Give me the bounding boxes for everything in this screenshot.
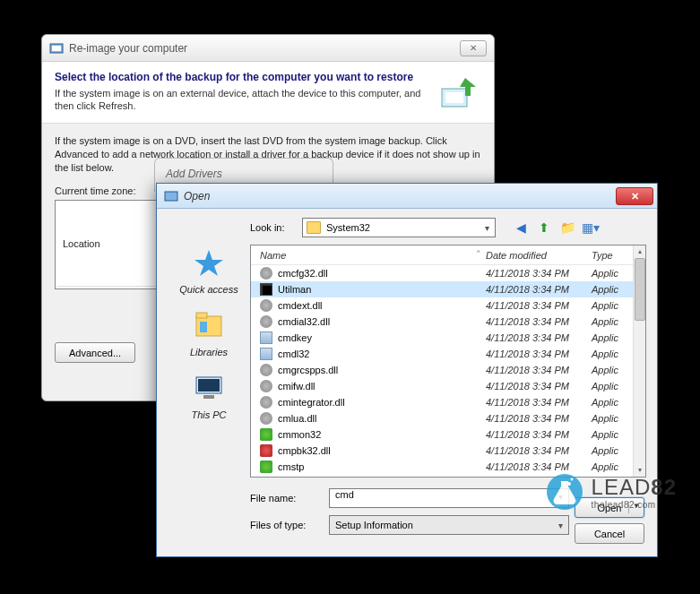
file-date: 4/11/2018 3:34 PM	[486, 349, 592, 359]
file-type: Applic	[592, 429, 633, 440]
column-type[interactable]: Type	[592, 250, 633, 261]
wizard-titlebar[interactable]: Re-image your computer ✕	[42, 35, 494, 62]
wizard-header: Select the location of the backup for th…	[42, 62, 494, 124]
open-dialog-icon	[164, 189, 178, 203]
file-date: 4/11/2018 3:34 PM	[486, 284, 592, 295]
open-titlebar[interactable]: Open ✕	[157, 184, 657, 209]
open-button[interactable]: Open	[575, 497, 644, 518]
file-icon	[260, 412, 272, 425]
file-row[interactable]: Utilman4/11/2018 3:34 PMApplic	[251, 281, 645, 297]
file-name: Utilman	[278, 284, 311, 295]
file-name: cmdl32	[278, 349, 309, 359]
filetype-value: Setup Information	[335, 520, 413, 530]
file-icon	[260, 331, 272, 344]
file-type: Applic	[592, 284, 633, 295]
file-row[interactable]: cmintegrator.dll4/11/2018 3:34 PMApplic	[251, 394, 645, 410]
file-name: cmmon32	[278, 429, 321, 440]
file-type: Applic	[592, 413, 633, 424]
file-icon	[260, 461, 272, 473]
lookin-label: Look in:	[250, 222, 295, 233]
file-icon	[260, 444, 272, 457]
cancel-button[interactable]: Cancel	[575, 523, 644, 544]
file-date: 4/11/2018 3:34 PM	[486, 413, 592, 424]
column-name[interactable]: Name	[251, 250, 468, 261]
place-this-pc[interactable]: This PC	[168, 374, 250, 420]
svg-rect-1	[52, 46, 61, 51]
file-list-scrollbar[interactable]	[633, 245, 645, 477]
pc-icon	[193, 374, 225, 402]
back-icon[interactable]: ◀	[512, 219, 530, 237]
wizard-close-button[interactable]: ✕	[460, 40, 487, 56]
file-row[interactable]: cmdext.dll4/11/2018 3:34 PMApplic	[251, 297, 645, 314]
svg-rect-8	[200, 322, 207, 332]
file-row[interactable]: cmdl324/11/2018 3:34 PMApplic	[251, 346, 645, 362]
wizard-heading: Select the location of the backup for th…	[55, 71, 431, 83]
places-bar: Quick access Libraries This PC	[168, 245, 250, 478]
filetype-dropdown[interactable]: Setup Information	[329, 515, 569, 535]
file-icon	[260, 315, 272, 328]
svg-rect-3	[445, 92, 463, 103]
sort-indicator-icon: ˄	[468, 249, 486, 261]
file-icon	[260, 428, 272, 441]
open-file-dialog: Open ✕ Look in: System32 ◀ ⬆ 📁 ▦▾ Quick …	[156, 183, 658, 557]
up-icon[interactable]: ⬆	[535, 219, 553, 237]
file-name: cmdkey	[278, 332, 312, 343]
file-date: 4/11/2018 3:34 PM	[486, 429, 592, 440]
file-date: 4/11/2018 3:34 PM	[486, 316, 592, 327]
filename-value: cmd	[335, 489, 354, 500]
file-list-header[interactable]: Name ˄ Date modified Type	[251, 245, 645, 265]
folder-icon	[307, 221, 321, 234]
open-close-button[interactable]: ✕	[616, 187, 653, 205]
place-libraries[interactable]: Libraries	[168, 311, 250, 357]
open-toolbar: ◀ ⬆ 📁 ▦▾	[512, 219, 600, 237]
svg-marker-5	[194, 250, 223, 276]
newfolder-icon[interactable]: 📁	[558, 219, 576, 237]
file-name: cmintegrator.dll	[278, 397, 345, 408]
file-icon	[260, 348, 272, 360]
file-type: Applic	[592, 461, 633, 472]
svg-rect-4	[165, 192, 177, 201]
libraries-icon	[193, 311, 225, 340]
file-date: 4/11/2018 3:34 PM	[486, 332, 592, 343]
file-date: 4/11/2018 3:34 PM	[486, 445, 592, 456]
file-row[interactable]: cmlua.dll4/11/2018 3:34 PMApplic	[251, 410, 645, 426]
views-icon[interactable]: ▦▾	[582, 219, 600, 237]
file-name: cmdext.dll	[278, 300, 323, 311]
file-row[interactable]: cmdial32.dll4/11/2018 3:34 PMApplic	[251, 314, 645, 330]
file-list[interactable]: Name ˄ Date modified Type cmcfg32.dll4/1…	[250, 245, 646, 478]
file-type: Applic	[592, 332, 633, 343]
place-quick-access[interactable]: Quick access	[168, 248, 250, 295]
wizard-title-text: Re-image your computer	[69, 42, 460, 55]
open-title-text: Open	[184, 190, 616, 202]
advanced-button[interactable]: Advanced...	[55, 342, 135, 363]
file-type: Applic	[592, 268, 633, 279]
file-date: 4/11/2018 3:34 PM	[486, 365, 592, 375]
filetype-label: Files of type:	[250, 520, 320, 530]
file-row[interactable]: cmcfg32.dll4/11/2018 3:34 PMApplic	[251, 265, 645, 281]
file-date: 4/11/2018 3:34 PM	[486, 461, 592, 472]
file-type: Applic	[592, 381, 633, 392]
file-row[interactable]: cmgrcspps.dll4/11/2018 3:34 PMApplic	[251, 362, 645, 378]
scrollbar-thumb[interactable]	[635, 258, 645, 321]
file-row[interactable]: cmstp4/11/2018 3:34 PMApplic	[251, 459, 645, 475]
file-icon	[260, 299, 272, 312]
file-row[interactable]: cmmon324/11/2018 3:34 PMApplic	[251, 426, 645, 443]
file-name: cmlua.dll	[278, 413, 316, 424]
file-row[interactable]: cmifw.dll4/11/2018 3:34 PMApplic	[251, 378, 645, 394]
filename-input[interactable]: cmd	[329, 488, 569, 508]
file-date: 4/11/2018 3:34 PM	[486, 381, 592, 392]
file-name: cmcfg32.dll	[278, 268, 328, 279]
svg-rect-7	[196, 313, 207, 318]
lookin-dropdown[interactable]: System32	[302, 218, 496, 237]
file-date: 4/11/2018 3:34 PM	[486, 397, 592, 408]
file-row[interactable]: cmdkey4/11/2018 3:34 PMApplic	[251, 330, 645, 346]
file-name: cmdial32.dll	[278, 316, 330, 327]
file-name: cmifw.dll	[278, 381, 315, 392]
file-row[interactable]: cmpbk32.dll4/11/2018 3:34 PMApplic	[251, 443, 645, 459]
file-name: cmpbk32.dll	[278, 445, 331, 456]
wizard-icon	[49, 41, 64, 56]
file-type: Applic	[592, 300, 633, 311]
column-date[interactable]: Date modified	[486, 250, 592, 261]
file-icon	[260, 283, 272, 296]
lookin-value: System32	[326, 222, 370, 233]
